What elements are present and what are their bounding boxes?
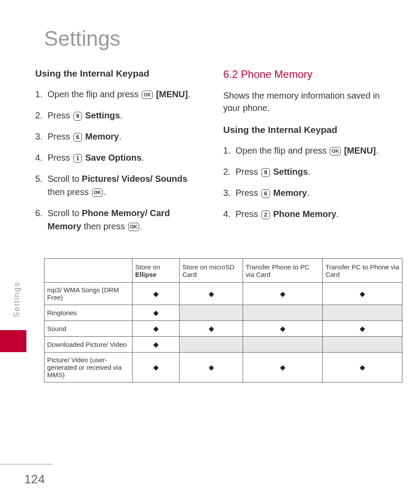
step-item: 6.Scroll to Phone Memory/ Card Memory th… <box>35 206 206 233</box>
right-column: 6.2 Phone Memory Shows the memory inform… <box>223 68 394 241</box>
step-number: 5. <box>35 172 43 185</box>
table-cell: ◆ <box>180 283 243 305</box>
step-item: 1.Open the flip and press OK [MENU]. <box>223 144 394 157</box>
step-bold-text: [MENU] <box>344 146 376 155</box>
table-cell <box>180 337 243 353</box>
step-number: 3. <box>35 130 43 143</box>
step-item: 5.Scroll to Pictures/ Videos/ Sounds the… <box>35 172 206 199</box>
step-item: 3.Press 6 Memory. <box>35 130 206 143</box>
step-item: 2.Press 9 Settings. <box>223 165 394 178</box>
left-steps-list: 1.Open the flip and press OK [MENU].2.Pr… <box>35 88 206 233</box>
table-cell <box>243 305 323 321</box>
step-number: 1. <box>223 144 231 157</box>
content-columns: Using the Internal Keypad 1.Open the fli… <box>35 68 394 241</box>
step-bold-text: Phone Memory <box>273 209 336 219</box>
ok-key-icon: OK <box>92 188 103 197</box>
table-header: Transfer PC to Phone via Card <box>323 259 402 283</box>
row-label: Downloaded Picture/ Video <box>44 337 133 353</box>
number-key-icon: 1 <box>74 154 82 163</box>
step-number: 4. <box>223 207 231 221</box>
table-cell: ◆ <box>133 353 180 383</box>
table-cell: ◆ <box>180 353 243 383</box>
step-bold-text: Memory <box>273 188 307 198</box>
step-number: 1. <box>35 88 43 101</box>
table-header <box>44 259 133 283</box>
right-sub-heading: Using the Internal Keypad <box>223 125 394 135</box>
step-bold-text: Settings <box>85 110 120 120</box>
table-cell <box>243 337 323 353</box>
row-label: Ringtones <box>44 305 133 321</box>
step-item: 4.Press 1 Save Options. <box>35 151 206 164</box>
number-key-icon: 9 <box>74 112 82 121</box>
row-label: Picture/ Video (user-generated or receiv… <box>44 353 133 383</box>
table-cell: ◆ <box>133 283 180 305</box>
row-label: mp3/ WMA Songs (DRM Free) <box>44 283 133 305</box>
table-cell: ◆ <box>323 283 402 305</box>
step-number: 2. <box>35 109 43 122</box>
step-item: 1.Open the flip and press OK [MENU]. <box>35 88 206 101</box>
page-title: Settings <box>44 26 394 51</box>
table-row: Picture/ Video (user-generated or receiv… <box>44 353 402 383</box>
table-row: Ringtones◆ <box>44 305 402 321</box>
number-key-icon: 6 <box>262 189 270 198</box>
table-cell: ◆ <box>133 305 180 321</box>
left-sub-heading: Using the Internal Keypad <box>35 68 206 79</box>
step-bold-text: Memory <box>85 132 119 141</box>
table-cell: ◆ <box>243 321 323 337</box>
table-header: Store on Ellipse <box>133 259 180 283</box>
step-number: 3. <box>223 186 231 199</box>
table-header: Transfer Phone to PC via Card <box>243 259 323 283</box>
step-bold-text: Pictures/ Videos/ Sounds <box>82 174 188 184</box>
step-bold-text: Settings <box>273 167 308 177</box>
ok-key-icon: OK <box>142 91 153 99</box>
step-bold-text: Phone Memory/ Card Memory <box>48 208 170 231</box>
table-cell <box>323 337 402 353</box>
side-tab-label: Settings <box>12 282 22 317</box>
ok-key-icon: OK <box>128 223 139 231</box>
number-key-icon: 9 <box>262 168 270 177</box>
feature-table: Store on EllipseStore on microSD CardTra… <box>44 258 402 383</box>
table-cell: ◆ <box>180 321 243 337</box>
footer-rule <box>0 464 53 464</box>
step-bold-text: [MENU] <box>156 89 188 99</box>
step-number: 6. <box>35 206 43 220</box>
table-cell: ◆ <box>133 321 180 337</box>
left-column: Using the Internal Keypad 1.Open the fli… <box>35 68 206 241</box>
step-item: 3.Press 6 Memory. <box>223 186 394 199</box>
table-header: Store on microSD Card <box>180 259 243 283</box>
section-heading: 6.2 Phone Memory <box>223 68 394 81</box>
table-cell <box>180 305 243 321</box>
table-cell: ◆ <box>323 321 402 337</box>
table-row: Sound◆◆◆◆ <box>44 321 402 337</box>
right-steps-list: 1.Open the flip and press OK [MENU].2.Pr… <box>223 144 394 221</box>
table-cell: ◆ <box>243 283 323 305</box>
step-number: 4. <box>35 151 43 164</box>
table-cell: ◆ <box>243 353 323 383</box>
page-number: 124 <box>24 472 45 486</box>
step-item: 4.Press 2 Phone Memory. <box>223 207 394 221</box>
number-key-icon: 2 <box>262 210 270 219</box>
step-item: 2.Press 9 Settings. <box>35 109 206 122</box>
table-cell: ◆ <box>323 353 402 383</box>
row-label: Sound <box>44 321 133 337</box>
side-tab-bar <box>0 330 26 352</box>
ok-key-icon: OK <box>330 147 341 155</box>
table-row: mp3/ WMA Songs (DRM Free)◆◆◆◆ <box>44 283 402 305</box>
section-description: Shows the memory information saved in yo… <box>223 89 394 114</box>
step-bold-text: Save Options <box>85 153 141 162</box>
step-number: 2. <box>223 165 231 178</box>
table-cell <box>323 305 402 321</box>
table-cell: ◆ <box>133 337 180 353</box>
number-key-icon: 6 <box>74 133 82 142</box>
table-row: Downloaded Picture/ Video◆ <box>44 337 402 353</box>
